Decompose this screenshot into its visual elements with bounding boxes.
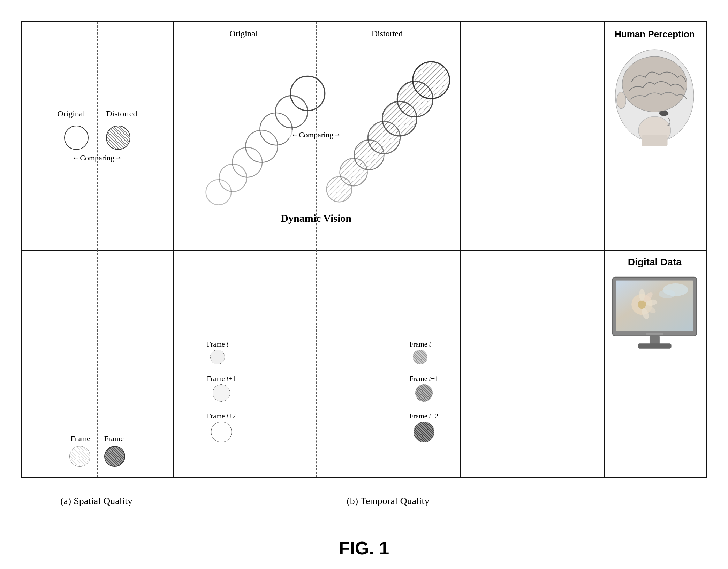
monitor-svg	[608, 273, 701, 357]
frame-t2-dist-label: Frame t+2	[409, 412, 438, 420]
tm-comparing-arrow: ←Comparing→	[289, 130, 343, 140]
frame-t-dist-circle	[413, 350, 427, 364]
svg-rect-17	[642, 135, 668, 146]
svg-point-32	[659, 290, 676, 298]
tl-distorted-label: Distorted	[106, 109, 137, 119]
tm-column-labels: Original Distorted	[173, 22, 460, 38]
frame-t2-original: Frame t+2	[207, 412, 236, 442]
frame-t1-distorted: Frame t+1	[409, 375, 438, 402]
frame-t1-dist-label: Frame t+1	[409, 375, 438, 383]
svg-point-1	[219, 164, 247, 192]
svg-point-14	[413, 62, 449, 98]
svg-rect-35	[646, 333, 663, 335]
caption-spatial-quality: (a) Spatial Quality	[21, 495, 172, 507]
tl-circles-row	[64, 126, 130, 150]
svg-rect-34	[638, 343, 672, 348]
svg-rect-33	[650, 336, 660, 344]
bottom-right-cell: Digital Data	[604, 250, 706, 477]
frame-t-distorted: Frame t	[409, 340, 431, 364]
bl-frame-labels: Frame Frame	[71, 434, 124, 443]
frame-t2-dist-circle	[414, 422, 434, 442]
digital-data-title: Digital Data	[628, 257, 682, 268]
frame-t2-distorted: Frame t+2	[409, 412, 438, 442]
bottom-middle-cell: Frame t+2 Frame t+1 Frame t Frame	[173, 250, 604, 477]
frame-stack-original: Frame t+2 Frame t+1 Frame t	[207, 340, 236, 442]
frame-t-orig-circle	[210, 350, 225, 364]
tl-comparing-label: ←Comparing→	[72, 153, 122, 162]
frame-t1-orig-circle	[213, 384, 230, 402]
tl-column-labels: Original Distorted	[57, 109, 137, 119]
bl-circles-row	[69, 446, 125, 467]
frame-t1-orig-label: Frame t+1	[207, 375, 236, 383]
distorted-circle	[106, 126, 130, 150]
frame-t1-dist-circle	[415, 384, 433, 402]
brain-svg	[608, 45, 701, 146]
caption-temporal-quality: (b) Temporal Quality	[172, 495, 604, 507]
tm-distorted-label: Distorted	[372, 29, 403, 38]
tm-original-label: Original	[229, 29, 257, 38]
caption-row: (a) Spatial Quality (b) Temporal Quality	[21, 482, 707, 520]
svg-point-4	[260, 113, 292, 145]
frame-t2-orig-circle	[211, 422, 232, 442]
figure-label: FIG. 1	[0, 538, 728, 559]
frame-stack-distorted: Frame t+2 Frame t+1 Frame t	[409, 340, 438, 442]
svg-point-2	[232, 147, 262, 177]
frame-t2-orig-label: Frame t+2	[207, 412, 236, 420]
svg-point-0	[206, 180, 231, 205]
svg-point-19	[659, 111, 668, 116]
frame-t1-original: Frame t+1	[207, 375, 236, 402]
top-left-cell: Original Distorted ←Comparing→	[22, 22, 173, 250]
bl-frame-orig-label: Frame	[71, 434, 90, 443]
frame-t-original: Frame t	[207, 340, 229, 364]
top-middle-cell: Original Distorted	[173, 22, 460, 250]
original-circle	[64, 126, 89, 150]
svg-point-20	[617, 92, 626, 109]
human-perception-title: Human Perception	[615, 29, 695, 40]
top-right-cell: Human Perception	[604, 22, 706, 250]
bl-frame-dist-label: Frame	[104, 434, 124, 443]
frame-original-circle	[69, 446, 90, 467]
frame-distorted-circle	[104, 446, 125, 467]
svg-point-6	[290, 76, 325, 111]
frame-t-dist-label: Frame t	[409, 340, 431, 348]
tl-original-label: Original	[57, 109, 85, 119]
bottom-left-cell: Frame Frame	[22, 250, 173, 477]
frame-t-orig-label: Frame t	[207, 340, 229, 348]
dynamic-vision-label: Dynamic Vision	[281, 212, 351, 224]
